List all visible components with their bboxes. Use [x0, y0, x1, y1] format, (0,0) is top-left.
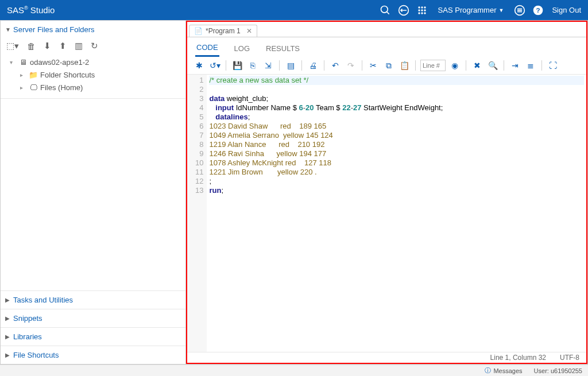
editor-status-bar: Line 1, Column 32 UTF-8 — [187, 352, 586, 363]
sidebar-label: Tasks and Utilities — [13, 296, 73, 304]
save-icon[interactable]: 💾 — [231, 59, 243, 72]
svg-point-6 — [418, 9, 420, 11]
maximize-icon[interactable]: ⛶ — [547, 59, 559, 72]
sidebar-header-tasks[interactable]: ▶Tasks and Utilities — [1, 290, 185, 309]
svg-point-5 — [424, 6, 425, 8]
files-home-icon: 🖵 — [29, 83, 38, 92]
sidebar-label: Snippets — [13, 314, 42, 323]
subtab-strip: CODE LOG RESULTS — [187, 37, 586, 57]
properties-icon[interactable]: ▥ — [75, 41, 83, 51]
svg-point-3 — [418, 6, 420, 8]
sidebar-label: Libraries — [13, 332, 42, 341]
server-icon: 🖥 — [18, 57, 28, 67]
main-area: ▼ Server Files and Folders ⬚▾ 🗑 ⬇ ⬆ ▥ ↻ … — [0, 20, 588, 365]
svg-point-7 — [421, 9, 423, 11]
cut-icon[interactable]: ✂ — [367, 59, 380, 72]
export-icon[interactable]: ⇲ — [262, 59, 274, 72]
svg-point-8 — [424, 9, 425, 11]
expand-icon: ▶ — [5, 297, 11, 303]
help-icon[interactable]: ? — [531, 3, 545, 17]
expand-icon: ▾ — [10, 59, 17, 65]
redo-icon[interactable]: ↷ — [345, 59, 357, 72]
paste-icon[interactable]: 📋 — [398, 59, 411, 72]
history-icon[interactable]: ↺▾ — [208, 59, 221, 72]
tree-label: odaws02-apse1-2 — [30, 58, 89, 67]
tab-label: *Program 1 — [206, 27, 241, 35]
close-icon[interactable]: ✕ — [246, 27, 252, 35]
tree-label: Folder Shortcuts — [40, 71, 95, 79]
summary-icon[interactable]: ▤ — [284, 59, 297, 72]
work-area: 📄 *Program 1 ✕ CODE LOG RESULTS ✱ ↺▾ 💾 ⎘… — [186, 21, 587, 364]
tree-node-files-home[interactable]: ▸ 🖵 Files (Home) — [20, 81, 181, 94]
svg-point-10 — [421, 12, 423, 14]
collapse-icon: ▼ — [5, 26, 11, 33]
sign-out-link[interactable]: Sign Out — [552, 6, 581, 14]
title-prefix: SAS — [7, 5, 24, 15]
print-icon[interactable]: 🖨 — [307, 59, 319, 72]
sidebar: ▼ Server Files and Folders ⬚▾ 🗑 ⬇ ⬆ ▥ ↻ … — [1, 21, 186, 364]
folder-open-icon[interactable] — [397, 3, 411, 17]
code-editor[interactable]: 12345678910111213 /* create a new sas da… — [187, 75, 586, 352]
svg-point-0 — [381, 6, 388, 13]
delete-icon[interactable]: 🗑 — [27, 41, 36, 51]
new-icon[interactable]: ⬚▾ — [6, 41, 19, 51]
sidebar-header-libraries[interactable]: ▶Libraries — [1, 327, 185, 346]
expand-icon: ▶ — [5, 334, 11, 340]
user-menu[interactable]: SAS Programmer▼ — [438, 6, 504, 14]
sidebar-section-server-files: ▼ Server Files and Folders ⬚▾ 🗑 ⬇ ⬆ ▥ ↻ … — [1, 21, 185, 99]
svg-text:?: ? — [536, 6, 540, 14]
subtab-log[interactable]: LOG — [233, 42, 251, 56]
copy-icon[interactable]: ⧉ — [382, 59, 395, 72]
undo-icon[interactable]: ↶ — [329, 59, 342, 72]
expand-icon: ▸ — [20, 72, 27, 78]
goto-line-input[interactable] — [420, 60, 446, 71]
apps-icon[interactable] — [415, 3, 429, 17]
tab-program-1[interactable]: 📄 *Program 1 ✕ — [189, 25, 257, 37]
expand-icon: ▶ — [5, 352, 11, 358]
more-options-icon[interactable] — [513, 3, 527, 17]
sas-file-icon: 📄 — [194, 27, 203, 35]
sidebar-toolbar: ⬚▾ 🗑 ⬇ ⬆ ▥ ↻ — [1, 38, 185, 53]
refresh-icon[interactable]: ↻ — [91, 41, 98, 51]
goto-icon[interactable]: ◉ — [448, 59, 461, 72]
clear-icon[interactable]: ✖ — [471, 59, 483, 72]
tree-label: Files (Home) — [40, 83, 83, 92]
sidebar-header-snippets[interactable]: ▶Snippets — [1, 309, 185, 327]
cursor-position: Line 1, Column 32 — [490, 354, 546, 362]
format-icon[interactable]: ≣ — [524, 59, 537, 72]
find-icon[interactable]: 🔍 — [486, 59, 499, 72]
upload-icon[interactable]: ⬆ — [59, 41, 67, 51]
svg-point-9 — [418, 12, 420, 14]
subtab-code[interactable]: CODE — [195, 41, 219, 57]
caret-down-icon: ▼ — [498, 7, 504, 13]
folder-shortcut-icon: 📁 — [29, 70, 38, 79]
app-title: SAS® Studio — [7, 5, 55, 15]
save-as-icon[interactable]: ⎘ — [246, 59, 259, 72]
line-gutter: 12345678910111213 — [187, 75, 207, 352]
user-label: User: u61950255 — [534, 367, 582, 374]
sidebar-header-file-shortcuts[interactable]: ▶File Shortcuts — [1, 346, 185, 364]
svg-point-11 — [424, 12, 425, 14]
sidebar-header-server-files[interactable]: ▼ Server Files and Folders — [1, 21, 185, 38]
sidebar-label: File Shortcuts — [13, 351, 59, 359]
bottom-status-bar: ⓘMessages User: u61950255 — [0, 365, 588, 376]
download-icon[interactable]: ⬇ — [44, 41, 51, 51]
title-registered: ® — [24, 5, 28, 11]
sidebar-label: Server Files and Folders — [13, 25, 95, 34]
subtab-results[interactable]: RESULTS — [265, 42, 301, 56]
editor-toolbar: ✱ ↺▾ 💾 ⎘ ⇲ ▤ 🖨 ↶ ↷ ✂ ⧉ 📋 ◉ ✖ 🔍 ⇥ ≣ — [187, 57, 586, 75]
tree-node-root[interactable]: ▾ 🖥 odaws02-apse1-2 — [10, 56, 181, 68]
expand-icon: ▸ — [20, 84, 27, 91]
tree-node-folder-shortcuts[interactable]: ▸ 📁 Folder Shortcuts — [20, 68, 181, 81]
encoding-label: UTF-8 — [560, 354, 579, 362]
folder-tree: ▾ 🖥 odaws02-apse1-2 ▸ 📁 Folder Shortcuts… — [1, 53, 185, 98]
expand-icon: ▶ — [5, 315, 11, 321]
svg-point-4 — [421, 6, 423, 8]
messages-link[interactable]: ⓘMessages — [485, 366, 522, 375]
code-body[interactable]: /* create a new sas data set */ data wei… — [207, 75, 586, 352]
app-header: SAS® Studio SAS Programmer▼ ? Sign Out — [0, 0, 588, 20]
search-icon[interactable] — [378, 3, 392, 17]
run-icon[interactable]: ✱ — [193, 59, 206, 72]
title-suffix: Studio — [28, 5, 55, 15]
indent-icon[interactable]: ⇥ — [509, 59, 521, 72]
